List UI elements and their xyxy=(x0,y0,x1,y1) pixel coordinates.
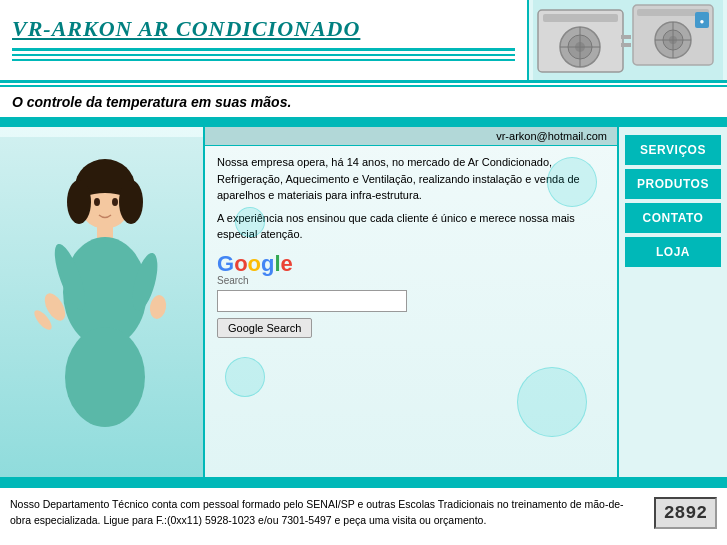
google-search-button[interactable]: Google Search xyxy=(217,318,312,338)
svg-rect-2 xyxy=(543,14,618,22)
woman-figure-svg xyxy=(0,137,205,477)
svg-rect-9 xyxy=(621,43,631,47)
header-left: VR-ARKON AR CONDICIONADO xyxy=(0,0,527,80)
google-search-input[interactable] xyxy=(217,290,407,312)
site-title: VR-ARKON AR CONDICIONADO xyxy=(12,16,515,42)
google-e: e xyxy=(281,251,293,276)
nav-btn-loja[interactable]: LOJA xyxy=(625,237,721,267)
google-o1: o xyxy=(234,251,247,276)
tagline-bar: O controle da temperatura em suas mãos. xyxy=(0,85,727,119)
main-content: vr-arkon@hotmail.com Nossa empresa opera… xyxy=(0,127,727,477)
email-address: vr-arkon@hotmail.com xyxy=(496,130,607,142)
teal-separator xyxy=(0,119,727,127)
google-o2: o xyxy=(248,251,261,276)
nav-btn-produtos[interactable]: PRODUTOS xyxy=(625,169,721,199)
tagline: O controle da temperatura em suas mãos. xyxy=(12,94,291,110)
ac-image-area: ● xyxy=(527,0,727,80)
svg-point-34 xyxy=(112,198,118,206)
google-label: Search xyxy=(217,275,605,286)
header-decoration xyxy=(12,48,515,64)
center-panel: vr-arkon@hotmail.com Nossa empresa opera… xyxy=(205,127,617,477)
c-bubble-3 xyxy=(517,367,587,437)
svg-rect-8 xyxy=(621,35,631,39)
svg-point-32 xyxy=(65,327,145,427)
google-g2: g xyxy=(261,251,274,276)
google-widget: Google Search Google Search xyxy=(217,253,605,338)
desc-para-2: A experiência nos ensinou que cada clien… xyxy=(217,210,605,243)
line-1 xyxy=(12,48,515,51)
line-3 xyxy=(12,59,515,61)
nav-btn-servicos[interactable]: SERVIÇOS xyxy=(625,135,721,165)
footer-teal-separator xyxy=(0,477,727,485)
svg-point-23 xyxy=(67,180,91,224)
svg-point-24 xyxy=(119,180,143,224)
right-nav-panel: SERVIÇOS PRODUTOS CONTATO LOJA xyxy=(617,127,727,477)
site-footer: Nosso Departamento Técnico conta com pes… xyxy=(0,485,727,537)
ac-units-svg: ● xyxy=(533,0,723,80)
footer-text: Nosso Departamento Técnico conta com pes… xyxy=(10,497,644,529)
left-image-panel xyxy=(0,127,205,477)
svg-point-33 xyxy=(94,198,100,206)
visit-counter: 2892 xyxy=(654,497,717,529)
google-logo: Google xyxy=(217,253,605,275)
svg-text:●: ● xyxy=(700,17,705,26)
email-bar: vr-arkon@hotmail.com xyxy=(205,127,617,146)
site-header: VR-ARKON AR CONDICIONADO xyxy=(0,0,727,119)
nav-btn-contato[interactable]: CONTATO xyxy=(625,203,721,233)
description-text: Nossa empresa opera, há 14 anos, no merc… xyxy=(217,154,605,243)
desc-para-1: Nossa empresa opera, há 14 anos, no merc… xyxy=(217,154,605,204)
line-2 xyxy=(12,54,515,56)
c-bubble-4 xyxy=(225,357,265,397)
google-g: G xyxy=(217,251,234,276)
center-content: Nossa empresa opera, há 14 anos, no merc… xyxy=(205,146,617,346)
